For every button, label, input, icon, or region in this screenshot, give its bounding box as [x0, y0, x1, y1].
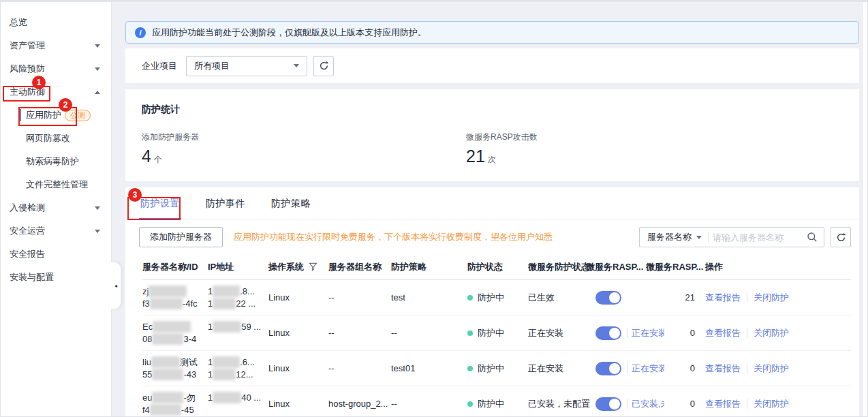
sidebar-item-web-tamper-protection[interactable]: 网页防篡改	[1, 127, 111, 150]
col-os: 操作系统	[268, 261, 328, 273]
chevron-down-icon	[95, 44, 100, 48]
table-refresh-button[interactable]	[831, 227, 851, 247]
sidebar-item-security-report[interactable]: 安全报告	[1, 243, 111, 266]
sidebar-item-file-integrity-management[interactable]: 文件完整性管理	[1, 173, 111, 196]
sidebar-item-installation-config[interactable]: 安装与配置	[1, 266, 111, 289]
text-fragment: 3-4	[183, 334, 196, 344]
toggle-knob	[609, 363, 620, 374]
cell-server-name: liu测试 55-43	[142, 356, 208, 381]
collapse-left-icon: ◂	[114, 283, 117, 289]
sidebar-item-overview[interactable]: 总览	[1, 11, 111, 34]
project-refresh-button[interactable]	[313, 56, 334, 76]
cell-rasp-count: 21	[646, 292, 705, 303]
cell-ms-protection-status: 正在安装	[528, 327, 586, 339]
project-select-value: 所有项目	[194, 60, 230, 72]
text-fragment: .8...	[240, 286, 255, 296]
text-fragment: Ec	[142, 322, 153, 332]
protection-table-card: 防护设置防护事件防护策略 添加防护服务器 应用防护功能现在实行限时免费服务，下个…	[125, 187, 859, 417]
stats-title: 防护统计	[142, 104, 843, 116]
stat-unit: 次	[488, 155, 496, 164]
sidebar-collapse-handle[interactable]: ◂	[111, 262, 121, 309]
cell-policy: test01	[391, 363, 467, 373]
text-fragment: 1	[208, 322, 213, 332]
tab-protection-events[interactable]: 防护事件	[204, 196, 247, 219]
main-content: i 应用防护功能当前处于公测阶段，仅旗舰版及以上版本支持应用防护。 企业项目 所…	[112, 2, 862, 416]
cell-server-group: --	[328, 328, 391, 338]
toggle-knob	[609, 399, 620, 410]
col-actions: 操作	[705, 261, 851, 273]
text-fragment: 1	[208, 298, 213, 309]
redacted-blur	[213, 392, 241, 403]
text-fragment: 1	[208, 369, 213, 380]
cell-rasp-toggle: 已安装,未配置	[586, 397, 646, 411]
cell-actions: 查看报告 关闭防护	[705, 398, 851, 410]
redacted-blur	[153, 321, 191, 333]
sidebar-item-app-protection[interactable]: 应用防护公测	[1, 104, 111, 127]
cell-server-group: host-group_2...	[328, 399, 391, 409]
cell-os: Linux	[268, 363, 328, 373]
cell-ms-protection-status: 已生效	[528, 292, 586, 304]
filter-icon[interactable]	[309, 262, 317, 271]
sidebar-item-label: 资产管理	[10, 40, 45, 52]
toggle-knob	[609, 328, 620, 339]
col-server-group: 服务器组名称	[328, 261, 391, 273]
search-category-select[interactable]: 服务器名称	[640, 231, 708, 243]
rasp-toggle[interactable]	[595, 326, 621, 340]
enterprise-project-bar: 企业项目 所有项目	[125, 48, 859, 83]
sidebar-item-proactive-defense[interactable]: 主动防御	[1, 80, 111, 104]
tab-protection-settings[interactable]: 防护设置	[139, 196, 181, 219]
view-report-link[interactable]: 查看报告	[705, 362, 741, 375]
cell-rasp-count: 0	[646, 399, 705, 409]
sidebar-item-security-operations[interactable]: 安全运营	[1, 219, 111, 243]
cell-ip: 1.8... 122 ...	[208, 285, 268, 310]
search-icon[interactable]	[807, 232, 818, 243]
sidebar-item-intrusion-detection[interactable]: 入侵检测	[1, 196, 111, 219]
rasp-toggle[interactable]	[595, 397, 621, 411]
text-fragment: -43	[183, 369, 196, 380]
cell-rasp-toggle: 正在安装	[586, 362, 646, 375]
rasp-toggle[interactable]	[595, 291, 621, 305]
cell-os: Linux	[268, 328, 328, 338]
cell-protection-status: 防护中	[467, 327, 528, 339]
project-select[interactable]: 所有项目	[186, 56, 307, 76]
disable-protection-link[interactable]: 关闭防护	[754, 292, 789, 304]
sidebar-item-ransomware-protection[interactable]: 勒索病毒防护	[1, 150, 111, 173]
rasp-toggle[interactable]	[595, 362, 621, 375]
sidebar-item-risk-prevention[interactable]: 风险预防	[1, 57, 111, 80]
scrollbar-gutter[interactable]	[862, 2, 867, 416]
cell-ip: 1.6... 112...	[208, 356, 268, 381]
redacted-blur	[213, 369, 236, 380]
disable-protection-link[interactable]: 关闭防护	[754, 362, 789, 375]
billing-notice: 应用防护功能现在实行限时免费服务，下个版本将实行收费制度，望各位用户知悉	[234, 231, 639, 243]
sidebar: 总览资产管理风险预防主动防御应用防护公测网页防篡改勒索病毒防护文件完整性管理入侵…	[1, 2, 112, 416]
sidebar-item-asset-management[interactable]: 资产管理	[1, 34, 111, 57]
sidebar-item-label: 安全运营	[10, 225, 45, 237]
redacted-blur	[152, 369, 183, 380]
cell-actions: 查看报告 关闭防护	[705, 292, 851, 304]
table-row-1: zj f3-4fc 1.8... 122 ... Linux -- test 防…	[142, 280, 851, 315]
chevron-down-icon	[696, 236, 702, 239]
disable-protection-link[interactable]: 关闭防护	[754, 327, 789, 339]
text-fragment: 测试	[180, 357, 198, 367]
disable-protection-link[interactable]: 关闭防护	[754, 398, 789, 410]
view-report-link[interactable]: 查看报告	[705, 398, 741, 410]
view-report-link[interactable]: 查看报告	[705, 327, 741, 339]
text-fragment: 40 ...	[241, 392, 261, 403]
cell-server-group: --	[328, 363, 391, 373]
toolbar: 添加防护服务器 应用防护功能现在实行限时免费服务，下个版本将实行收费制度，望各位…	[125, 219, 859, 254]
add-server-button[interactable]: 添加防护服务器	[139, 227, 223, 247]
table-row-4: eu-勿 f4-45 140 ... Linux host-group_2...…	[142, 386, 851, 417]
tab-protection-policies[interactable]: 防护策略	[270, 196, 312, 219]
cell-policy: --	[391, 399, 467, 409]
cell-os: Linux	[268, 292, 328, 303]
chevron-down-icon	[95, 230, 100, 233]
text-fragment: f3	[142, 298, 150, 309]
redacted-blur	[213, 298, 236, 309]
top-divider	[1, 1, 867, 2]
view-report-link[interactable]: 查看报告	[705, 292, 741, 304]
cell-protection-status: 防护中	[467, 292, 528, 304]
protection-stats-card: 防护统计 添加防护服务器 4个 微服务RASP攻击数 21次	[125, 89, 859, 181]
text-fragment: 1	[208, 357, 213, 367]
info-banner-text: 应用防护功能当前处于公测阶段，仅旗舰版及以上版本支持应用防护。	[152, 27, 427, 39]
search-input[interactable]	[709, 232, 807, 243]
